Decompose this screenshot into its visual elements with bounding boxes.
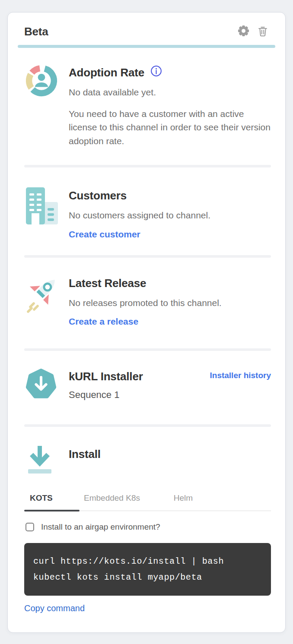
- adoption-rate-content: Adoption Rate No data available yet. You…: [69, 63, 271, 148]
- adoption-rate-section: Adoption Rate No data available yet. You…: [24, 48, 271, 165]
- create-release-link[interactable]: Create a release: [69, 316, 138, 327]
- kurl-installer-icon-col: [24, 367, 69, 403]
- tab-helm[interactable]: Helm: [144, 493, 222, 511]
- installer-sequence: Sequence 1: [69, 389, 271, 401]
- install-section-header: Install: [24, 427, 271, 479]
- adoption-rate-title: Adoption Rate: [69, 66, 144, 79]
- command-line-2: kubectl kots install myapp/beta: [33, 569, 262, 585]
- install-content: Install: [69, 442, 271, 479]
- channel-accent-bar: [18, 45, 275, 48]
- channel-name: Beta: [24, 25, 236, 38]
- command-line-1: curl https://kots.io/install | bash: [33, 553, 262, 569]
- install-title: Install: [69, 448, 271, 461]
- install-command-block: curl https://kots.io/install | bashkubec…: [24, 543, 271, 596]
- trash-icon: [256, 25, 269, 39]
- delete-channel-button[interactable]: [256, 25, 270, 38]
- latest-release-content: Latest Release No releases promoted to t…: [69, 274, 271, 327]
- kurl-installer-title: kURL Installer: [69, 370, 143, 383]
- latest-release-section: Latest Release No releases promoted to t…: [24, 258, 271, 349]
- customers-content: Customers No customers assigned to chann…: [69, 186, 271, 240]
- kurl-installer-content: kURL Installer Installer history Sequenc…: [69, 367, 271, 403]
- download-arrow-icon: [24, 471, 55, 478]
- channel-card: Beta: [7, 12, 286, 633]
- active-tab-underline: [24, 510, 80, 511]
- create-customer-link[interactable]: Create customer: [69, 229, 140, 240]
- buildings-icon: [24, 223, 61, 230]
- install-tabs: KOTS Embedded K8s Helm: [24, 493, 271, 511]
- customers-section: Customers No customers assigned to chann…: [24, 167, 271, 255]
- info-icon: [150, 65, 162, 78]
- adoption-donut-user-icon: [24, 92, 59, 99]
- adoption-rate-info-button[interactable]: [150, 65, 162, 78]
- installer-history-link[interactable]: Installer history: [210, 371, 271, 380]
- copy-command-link[interactable]: Copy command: [24, 603, 85, 613]
- rocket-icon: [24, 309, 62, 317]
- adoption-rate-empty-title: No data available yet.: [69, 85, 271, 99]
- customers-empty-text: No customers assigned to channel.: [69, 208, 271, 222]
- airgap-checkbox[interactable]: [25, 523, 34, 531]
- tab-embedded-k8s[interactable]: Embedded K8s: [80, 493, 144, 511]
- tab-kots[interactable]: KOTS: [24, 493, 80, 511]
- latest-release-icon-col: [24, 274, 69, 327]
- settings-button[interactable]: [236, 25, 250, 38]
- gear-icon: [237, 24, 250, 39]
- airgap-row: Install to an airgap environment?: [24, 522, 271, 532]
- customers-title: Customers: [69, 189, 271, 202]
- install-icon-col: [24, 442, 69, 479]
- channel-card-header: Beta: [8, 13, 285, 38]
- airgap-label: Install to an airgap environment?: [41, 522, 160, 532]
- latest-release-empty-text: No releases promoted to this channel.: [69, 296, 271, 310]
- channel-card-body: Adoption Rate No data available yet. You…: [8, 48, 285, 613]
- customers-icon-col: [24, 186, 69, 240]
- heptagon-download-icon: [24, 395, 58, 402]
- channel-actions: [236, 25, 270, 38]
- adoption-rate-icon-col: [24, 63, 69, 148]
- kurl-installer-section: kURL Installer Installer history Sequenc…: [24, 351, 271, 424]
- latest-release-title: Latest Release: [69, 277, 271, 290]
- adoption-rate-empty-description: You need to have a customer with an acti…: [69, 107, 271, 148]
